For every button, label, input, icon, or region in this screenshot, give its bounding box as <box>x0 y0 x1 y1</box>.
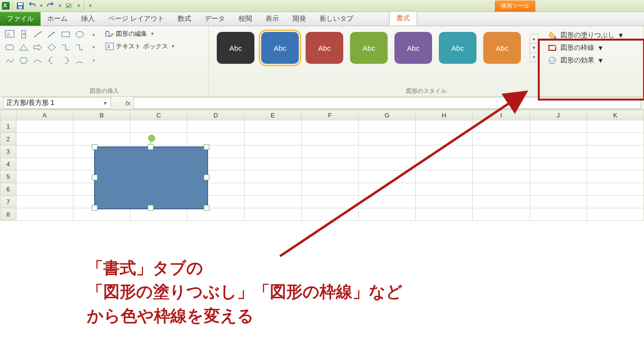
col-header[interactable]: G <box>359 110 416 120</box>
col-header[interactable]: B <box>73 110 130 120</box>
shape-gallery-down-icon[interactable]: ▼ <box>87 41 100 54</box>
cell[interactable] <box>473 158 530 171</box>
style-chip-2[interactable]: Abc <box>261 32 299 64</box>
shape-fill-button[interactable]: 図形の塗りつぶし▼ <box>548 31 624 40</box>
gallery-up-icon[interactable]: ▲ <box>530 34 538 44</box>
cell[interactable] <box>587 208 644 221</box>
row-header[interactable]: 7 <box>0 196 16 208</box>
cell[interactable] <box>473 183 530 196</box>
undo-button[interactable] <box>28 1 36 10</box>
cell[interactable] <box>587 145 644 158</box>
col-header[interactable]: J <box>530 110 587 120</box>
cell[interactable] <box>530 120 587 133</box>
tab-data[interactable]: データ <box>198 12 232 26</box>
cell[interactable] <box>73 208 130 221</box>
cell[interactable] <box>245 183 302 196</box>
cell[interactable] <box>473 196 530 208</box>
cell[interactable] <box>530 196 587 208</box>
cell[interactable] <box>130 120 187 133</box>
row-header[interactable]: 3 <box>0 145 16 158</box>
cell[interactable] <box>16 208 73 221</box>
style-chip-6[interactable]: Abc <box>439 32 476 64</box>
cell[interactable] <box>302 208 359 221</box>
cell[interactable] <box>587 120 644 133</box>
cell[interactable] <box>245 120 302 133</box>
cell[interactable] <box>302 120 359 133</box>
cell[interactable] <box>245 208 302 221</box>
formula-input[interactable] <box>133 97 641 109</box>
shape-line-icon[interactable] <box>31 28 44 41</box>
gallery-more-icon[interactable]: ▾ <box>530 53 538 61</box>
cell[interactable] <box>16 183 73 196</box>
cell[interactable] <box>587 158 644 171</box>
cell[interactable] <box>16 196 73 208</box>
shape-rect-icon[interactable] <box>59 28 72 41</box>
style-chip-7[interactable]: Abc <box>483 32 521 64</box>
cell[interactable] <box>302 183 359 196</box>
resize-handle[interactable] <box>204 174 210 180</box>
cell[interactable] <box>587 133 644 145</box>
save-button[interactable] <box>16 1 25 10</box>
resize-handle[interactable] <box>92 174 98 180</box>
shape-diamond-icon[interactable] <box>45 41 58 54</box>
resize-handle[interactable] <box>92 144 98 150</box>
resize-handle[interactable] <box>92 205 98 211</box>
cell[interactable] <box>359 133 416 145</box>
rotate-handle-icon[interactable] <box>148 135 155 142</box>
undo-dropdown-icon[interactable]: ▼ <box>39 3 43 8</box>
row-header[interactable]: 8 <box>0 208 16 221</box>
cell[interactable] <box>530 145 587 158</box>
cell[interactable] <box>187 208 244 221</box>
qat-customize-icon[interactable]: ▼ <box>88 3 93 8</box>
qat-custom-button[interactable] <box>65 1 74 10</box>
cell[interactable] <box>359 158 416 171</box>
col-header[interactable]: K <box>587 110 644 120</box>
shape-outline-button[interactable]: 図形の枠線▼ <box>548 44 624 52</box>
tab-insert[interactable]: 挿入 <box>74 12 101 26</box>
cell[interactable] <box>416 171 473 183</box>
cell[interactable] <box>16 158 73 171</box>
row-header[interactable]: 2 <box>0 133 16 145</box>
shape-roundrect-icon[interactable] <box>3 41 16 54</box>
resize-handle[interactable] <box>148 205 154 211</box>
col-header[interactable]: F <box>302 110 359 120</box>
shape-brace-left-icon[interactable] <box>45 54 58 67</box>
cell[interactable] <box>416 183 473 196</box>
qat-more-icon[interactable]: ▼ <box>58 3 62 8</box>
gallery-down-icon[interactable]: ▼ <box>530 44 538 53</box>
cell[interactable] <box>416 158 473 171</box>
name-box[interactable]: 正方形/長方形 1 ▼ <box>3 97 111 109</box>
resize-handle[interactable] <box>204 144 210 150</box>
selected-rectangle-shape[interactable] <box>94 140 206 207</box>
cell[interactable] <box>16 145 73 158</box>
cell[interactable] <box>416 196 473 208</box>
shape-body[interactable] <box>94 146 208 209</box>
cell[interactable] <box>73 120 130 133</box>
shape-textbox-icon[interactable]: A <box>3 28 16 41</box>
cell[interactable] <box>416 120 473 133</box>
cell[interactable] <box>416 145 473 158</box>
cell[interactable] <box>359 208 416 221</box>
cell[interactable] <box>302 171 359 183</box>
cell[interactable] <box>245 133 302 145</box>
cell[interactable] <box>473 120 530 133</box>
qat-custom-dropdown-icon[interactable]: ▼ <box>77 3 81 8</box>
style-chip-4[interactable]: Abc <box>350 32 388 64</box>
style-chip-1[interactable]: Abc <box>217 32 254 64</box>
fx-icon[interactable]: fx <box>126 100 130 107</box>
tab-format[interactable]: 書式 <box>389 11 417 26</box>
col-header[interactable]: I <box>473 110 530 120</box>
cell[interactable] <box>530 208 587 221</box>
shape-arc-icon[interactable] <box>73 54 86 67</box>
cell[interactable] <box>416 133 473 145</box>
style-chip-5[interactable]: Abc <box>394 32 432 64</box>
cell[interactable] <box>530 133 587 145</box>
cell[interactable] <box>245 145 302 158</box>
tab-view[interactable]: 表示 <box>259 12 286 26</box>
cell[interactable] <box>359 145 416 158</box>
tab-developer[interactable]: 開発 <box>286 12 313 26</box>
cell[interactable] <box>587 183 644 196</box>
shape-gallery-more-icon[interactable]: ▾ <box>87 54 100 67</box>
cell[interactable] <box>587 171 644 183</box>
shape-hexagon-icon[interactable] <box>17 54 30 67</box>
